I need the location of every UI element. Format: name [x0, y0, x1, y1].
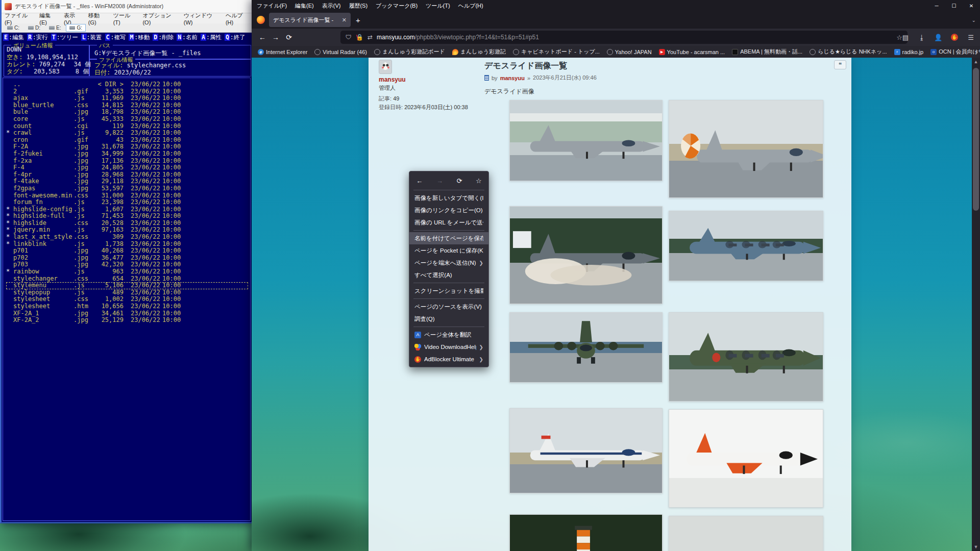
file-row[interactable]: count.cgi11923/06/2210:00 [6, 123, 248, 130]
forward-button[interactable]: → [269, 31, 282, 44]
file-row[interactable]: *last_x_att_style.css30923/06/2210:00 [6, 234, 248, 241]
browser-menu-item[interactable]: 編集(E) [295, 2, 314, 10]
file-row[interactable]: f-4pr.jpg28,96823/06/2210:00 [6, 171, 248, 179]
function-key-E[interactable]: E:編集 [3, 33, 24, 41]
winfm-menu-item[interactable]: ヘルプ(H) [226, 12, 249, 26]
file-row[interactable]: bule.jpg18,79823/06/2210:00 [6, 109, 248, 116]
bookmark-item[interactable]: OOCN | 会員向けサポペ... [930, 48, 980, 56]
file-row[interactable]: p701.jpg40,26823/06/2210:00 [6, 247, 248, 255]
post-image-3[interactable] [509, 206, 663, 304]
insecure-lock-icon[interactable]: 🔒⧵ [356, 34, 363, 41]
post-image-1[interactable] [509, 100, 663, 181]
minimize-button[interactable]: ─ [928, 0, 945, 11]
drive-button-D[interactable]: D: [24, 24, 44, 32]
context-menu-item[interactable]: Aページ全体を翻訳 [409, 329, 488, 341]
new-tab-button[interactable]: + [356, 16, 360, 24]
bookmarks-overflow-icon[interactable]: » [975, 49, 978, 55]
function-key-M[interactable]: M:移動 [129, 33, 150, 41]
file-row[interactable]: stylesheet.css1,00223/06/2210:00 [6, 296, 248, 303]
file-row[interactable]: stylechanger.css65423/06/2210:00 [6, 276, 248, 283]
back-button[interactable]: ← [256, 31, 269, 44]
file-row[interactable]: XF-2A_1.jpg34,46123/06/2210:00 [6, 310, 248, 317]
permissions-icon[interactable]: ⇄ [368, 34, 373, 41]
author-name[interactable]: mansyuu [379, 76, 481, 83]
post-image-5[interactable] [509, 312, 663, 383]
function-key-D[interactable]: D:削除 [153, 33, 174, 41]
byline-author[interactable]: mansyuu [500, 75, 525, 81]
file-row[interactable]: p703.jpg42,32023/06/2210:00 [6, 261, 248, 268]
account-icon[interactable]: 👤 [932, 31, 944, 44]
file-row[interactable]: stylepopup.js48923/06/2210:00 [6, 289, 248, 296]
browser-menu-item[interactable]: 履歴(S) [349, 2, 368, 10]
file-row[interactable]: f-2xa.jpg17,13623/06/2210:00 [6, 158, 248, 165]
file-row[interactable]: *linkblink.js1,73823/06/2210:00 [6, 241, 248, 248]
file-row[interactable]: 2.gif3,35323/06/2210:00 [6, 88, 248, 95]
file-row[interactable]: *highslide-full.js71,45323/06/2210:00 [6, 213, 248, 220]
file-row[interactable]: f2gpas.jpg53,59723/06/2210:00 [6, 185, 248, 192]
file-row[interactable]: *rainbow.js96323/06/2210:00 [6, 268, 248, 276]
file-row[interactable]: stylesheet.htm10,65623/06/2210:00 [6, 303, 248, 310]
winfm-menu-item[interactable]: 表示(V) [64, 12, 81, 26]
browser-menu-item[interactable]: ファイル(F) [257, 2, 287, 10]
ctx-back-icon[interactable]: ← [416, 177, 423, 185]
file-row[interactable]: ..< DIR >23/06/2210:00 [6, 81, 248, 88]
context-menu-item[interactable]: 調査(Q) [409, 313, 488, 325]
context-menu-item[interactable]: 名前を付けてページを保存...(P) [409, 232, 488, 244]
post-image-7[interactable] [509, 408, 663, 493]
drive-button-C[interactable]: C: [4, 24, 23, 32]
context-menu-item[interactable]: ページを Pocket に保存(K) [409, 244, 488, 257]
function-key-C[interactable]: C:複写 [105, 33, 126, 41]
tracking-protection-icon[interactable]: 🛡 [346, 34, 352, 41]
file-row[interactable]: cron.gif4323/06/2210:00 [6, 137, 248, 144]
file-row[interactable]: core.js45,33323/06/2210:00 [6, 116, 248, 123]
tab-close-icon[interactable]: ✕ [342, 17, 347, 23]
scrollbar-thumb[interactable] [973, 68, 979, 211]
avatar[interactable] [379, 60, 392, 74]
function-key-N[interactable]: N:名前 [177, 33, 198, 41]
browser-menu-item[interactable]: ブックマーク(B) [376, 2, 418, 10]
post-image-2[interactable] [669, 100, 823, 198]
bookmark-item[interactable]: ABEMA | 無料動画・話... [732, 48, 802, 56]
downloads-icon[interactable]: ⭳ [916, 31, 928, 44]
browser-menu-item[interactable]: ヘルプ(H) [458, 2, 483, 10]
close-button[interactable]: ✕ [963, 0, 980, 11]
function-key-Q[interactable]: Q:終了 [225, 33, 246, 41]
bookmark-item[interactable]: らじる★らじる NHKネッ... [810, 48, 887, 56]
list-all-tabs-icon[interactable]: ⌄ [972, 17, 976, 23]
browser-menu-item[interactable]: 表示(V) [322, 2, 341, 10]
winfm-menu-item[interactable]: ツール(T) [113, 12, 136, 26]
winfm-menu-item[interactable]: ウィンドウ(W) [184, 12, 218, 26]
topic-title[interactable]: デモスライド画像一覧 [484, 61, 567, 71]
file-row[interactable]: *crawl.js9,82223/06/2210:00 [6, 130, 248, 137]
post-image-4[interactable] [669, 211, 823, 281]
context-menu-item[interactable]: ✋AdBlocker Ultimate❯ [409, 353, 488, 365]
ctx-reload-icon[interactable]: ⟳ [457, 177, 462, 185]
winfm-menu-item[interactable]: 編集(E) [39, 12, 57, 26]
context-menu-item[interactable]: ページのソースを表示(V) [409, 300, 488, 313]
bookmark-item[interactable]: Virtual Radar (46) [314, 49, 367, 55]
bookmark-item[interactable]: ▶YouTube - acarsman ... [659, 49, 725, 55]
file-row[interactable]: *highslide-config.js1,60723/06/2210:00 [6, 206, 248, 213]
maximize-button[interactable]: ☐ [945, 0, 963, 11]
firefox-logo-icon[interactable] [257, 16, 265, 24]
bookmark-item[interactable]: まんしゅう彩遊記 [452, 48, 506, 56]
winfm-menu-item[interactable]: オプション(O) [142, 12, 176, 26]
file-row[interactable]: *jquery.min.js97,16323/06/2210:00 [6, 227, 248, 234]
bookmark-item[interactable]: まんしゅう彩遊記ボード [374, 48, 445, 56]
post-image-6[interactable] [669, 312, 823, 402]
reload-button[interactable]: ⟳ [282, 31, 296, 44]
winfm-menu-item[interactable]: 移動(G) [88, 12, 106, 26]
function-key-R[interactable]: R:実行 [27, 33, 48, 41]
ctx-star-icon[interactable]: ☆ [476, 177, 482, 185]
library-icon[interactable]: ▤ [899, 31, 912, 44]
file-row[interactable]: font-awesome.min.css31,00023/06/2210:00 [6, 192, 248, 199]
url-bar[interactable]: 🛡 🔒⧵ ⇄ mansyuu.com/phpbb3/viewtopic.php?… [340, 31, 908, 44]
context-menu-item[interactable]: 画像を新しいタブで開く(I) [409, 192, 488, 204]
file-row[interactable]: f-4take.jpg29,11823/06/2210:00 [6, 178, 248, 185]
bookmark-item[interactable]: キャビネットボード - トップ... [513, 48, 600, 56]
post-image-9[interactable] [509, 514, 663, 551]
drive-button-G[interactable]: G: [66, 24, 86, 32]
drive-button-E[interactable]: E: [45, 24, 64, 32]
active-tab[interactable]: デモスライド画像一覧 - ✕ [269, 13, 351, 27]
post-image-10[interactable] [669, 516, 823, 551]
